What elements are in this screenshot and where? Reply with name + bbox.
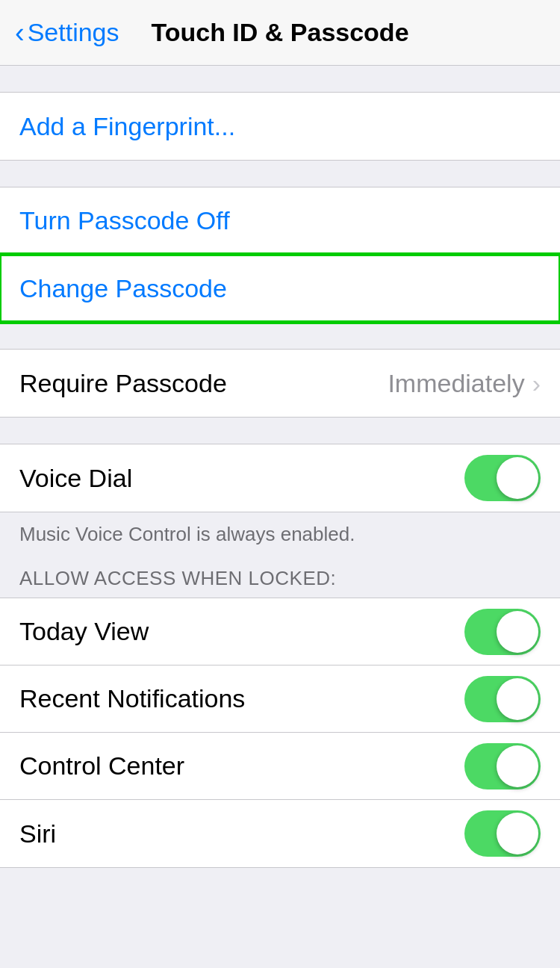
siri-label: Siri [19, 819, 56, 848]
back-label: Settings [28, 18, 119, 47]
back-chevron-icon: ‹ [15, 19, 25, 47]
require-passcode-item[interactable]: Require Passcode Immediately › [0, 350, 560, 417]
require-passcode-value: Immediately [388, 369, 524, 398]
change-passcode-item[interactable]: Change Passcode [0, 255, 560, 322]
require-passcode-label: Require Passcode [19, 369, 227, 398]
spacer-top [0, 66, 560, 92]
recent-notifications-label: Recent Notifications [19, 684, 245, 713]
passcode-section: Turn Passcode Off Change Passcode [0, 187, 560, 323]
control-center-toggle[interactable] [464, 743, 541, 789]
fingerprint-section: Add a Fingerprint... [0, 92, 560, 161]
spacer-require [0, 323, 560, 349]
allow-access-section-label: ALLOW ACCESS WHEN LOCKED: [0, 556, 560, 598]
add-fingerprint-label: Add a Fingerprint... [19, 112, 235, 141]
page-title: Touch ID & Passcode [151, 18, 408, 47]
siri-toggle-knob [497, 813, 538, 854]
turn-passcode-off-item[interactable]: Turn Passcode Off [0, 187, 560, 255]
voice-dial-toggle-knob [497, 457, 538, 499]
turn-passcode-off-label: Turn Passcode Off [19, 206, 230, 235]
control-center-label: Control Center [19, 751, 184, 781]
navigation-bar: ‹ Settings Touch ID & Passcode [0, 0, 560, 66]
change-passcode-label: Change Passcode [19, 274, 227, 303]
voice-dial-label: Voice Dial [19, 464, 132, 493]
today-view-toggle-knob [497, 611, 538, 653]
voice-dial-toggle[interactable] [464, 455, 541, 501]
allow-access-section: Today View Recent Notifications Control … [0, 598, 560, 868]
add-fingerprint-item[interactable]: Add a Fingerprint... [0, 93, 560, 160]
recent-notifications-toggle[interactable] [464, 676, 541, 722]
voice-dial-section: Voice Dial [0, 444, 560, 512]
back-button[interactable]: ‹ Settings [15, 18, 119, 47]
recent-notifications-toggle-knob [497, 678, 538, 720]
recent-notifications-item: Recent Notifications [0, 666, 560, 733]
voice-dial-note: Music Voice Control is always enabled. [0, 512, 560, 556]
require-passcode-value-container: Immediately › [388, 369, 541, 398]
control-center-toggle-knob [497, 745, 538, 787]
today-view-item: Today View [0, 598, 560, 666]
require-passcode-chevron-icon: › [532, 369, 541, 398]
control-center-item: Control Center [0, 733, 560, 800]
siri-toggle[interactable] [464, 810, 541, 857]
voice-dial-item: Voice Dial [0, 444, 560, 512]
today-view-label: Today View [19, 617, 149, 646]
today-view-toggle[interactable] [464, 609, 541, 655]
spacer-voice [0, 418, 560, 444]
require-passcode-section: Require Passcode Immediately › [0, 349, 560, 418]
siri-item: Siri [0, 800, 560, 867]
spacer-passcode [0, 161, 560, 187]
